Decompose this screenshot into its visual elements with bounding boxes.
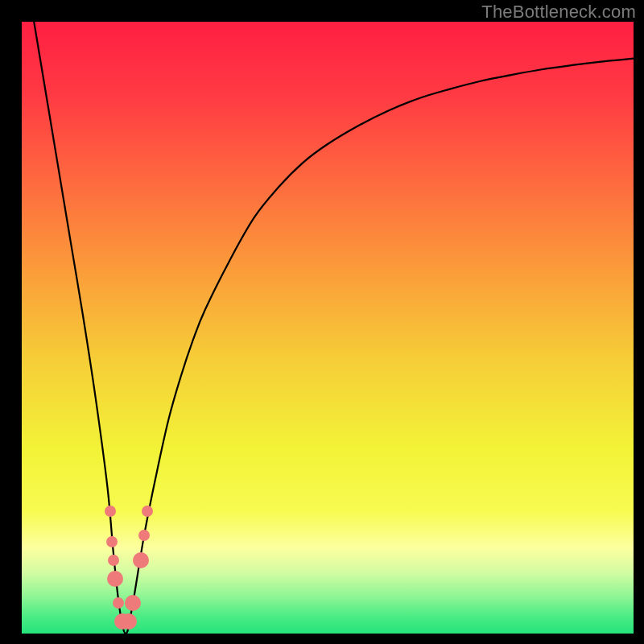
data-marker xyxy=(121,613,137,630)
data-marker xyxy=(133,552,149,568)
watermark-text: TheBottleneck.com xyxy=(481,2,636,23)
plot-area xyxy=(22,22,634,634)
data-marker xyxy=(142,506,153,517)
data-marker xyxy=(108,555,119,566)
data-marker xyxy=(107,571,123,587)
data-marker xyxy=(113,597,124,609)
chart-stage: TheBottleneck.com xyxy=(0,0,644,644)
